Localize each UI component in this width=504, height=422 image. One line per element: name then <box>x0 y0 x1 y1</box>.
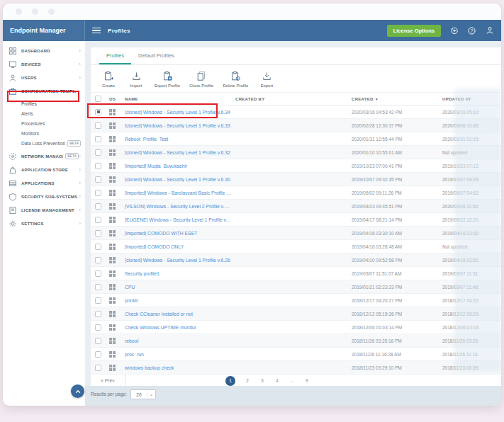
row-checkbox[interactable] <box>95 163 101 169</box>
sort-descending-icon: ▼ <box>375 97 379 101</box>
windows-os-icon <box>109 324 116 331</box>
row-checkbox[interactable] <box>95 230 101 236</box>
sidebar-item-applications[interactable]: APPLICATIONS› <box>3 176 85 190</box>
tab-default-profiles[interactable]: Default Profiles <box>131 47 181 64</box>
profile-name-link[interactable]: Check Windows UPTIME monitor <box>125 325 235 330</box>
page-number-3[interactable]: 3 <box>259 378 265 383</box>
row-checkbox[interactable] <box>95 324 101 331</box>
profile-name-link[interactable]: Reboot_Profile_Test <box>125 137 235 142</box>
toolbar-button-label: Import <box>130 84 142 88</box>
page-number-4[interactable]: 4 <box>274 378 280 383</box>
table-row: [VILSON] Windows - Security Level 2 Prof… <box>91 200 501 213</box>
row-checkbox[interactable] <box>95 149 101 156</box>
profile-name-link[interactable]: CPU <box>125 285 235 290</box>
row-checkbox[interactable] <box>95 257 101 263</box>
row-checkbox[interactable] <box>95 297 101 304</box>
column-header-name[interactable]: NAME <box>125 97 235 101</box>
sidebar-item-label: APPLICATIONS <box>21 181 55 186</box>
select-all-checkbox[interactable] <box>95 96 101 102</box>
profile-name-link[interactable]: [cloned] Windows - Security Level 1 Prof… <box>125 150 235 155</box>
row-checkbox[interactable] <box>95 122 101 129</box>
sidebar-item-security-sub-systems[interactable]: SECURITY SUB-SYSTEMS› <box>3 190 85 203</box>
create-button[interactable]: Create <box>99 71 118 88</box>
chevron-right-icon: › <box>79 221 81 227</box>
row-checkbox[interactable] <box>95 311 101 317</box>
profile-name-link[interactable]: Security profile1 <box>125 271 235 276</box>
breadcrumb: Profiles <box>108 28 130 34</box>
profile-name-link[interactable]: [cloned] Windows - Security Level 1 Prof… <box>125 258 235 263</box>
profile-name-link[interactable]: printer <box>125 298 235 303</box>
sidebar-item-dashboard[interactable]: DASHBOARD› <box>3 44 85 57</box>
row-checkbox[interactable] <box>95 365 101 371</box>
profile-name-link[interactable]: Check CCleaner installed or not <box>125 312 235 316</box>
export-profile-icon <box>162 71 173 81</box>
sidebar-subitem-alerts[interactable]: Alerts <box>3 108 85 118</box>
column-header-created-by[interactable]: CREATED BY <box>235 97 352 101</box>
sidebar-item-application-store[interactable]: APPLICATION STORE› <box>3 163 85 176</box>
row-checkbox[interactable] <box>95 203 101 210</box>
updated-date: 2018/11/26 11:16: <box>442 352 501 357</box>
page-number-9[interactable]: 9 <box>304 378 310 383</box>
profile-name-link[interactable]: [VILSON] Windows - Security Level 2 Prof… <box>125 204 235 209</box>
profile-name-link[interactable]: reboot <box>125 338 235 343</box>
column-header-os[interactable]: OS <box>109 97 125 101</box>
windows-os-icon <box>109 351 116 358</box>
row-checkbox[interactable] <box>95 109 101 115</box>
profile-name-link[interactable]: [imported] Mugla_Buyuksehir <box>125 164 235 169</box>
help-icon[interactable]: ? <box>467 26 476 35</box>
row-checkbox[interactable] <box>95 338 101 344</box>
column-header-created[interactable]: CREATED▼ <box>352 97 442 101</box>
row-checkbox[interactable] <box>95 284 101 290</box>
profile-name-link[interactable]: [cloned] Windows - Security Level 1 Prof… <box>125 177 235 182</box>
profile-name-link[interactable]: [imported] Windows - Barclaycard Basic P… <box>125 190 235 195</box>
tab-profiles[interactable]: Profiles <box>99 47 131 64</box>
row-checkbox[interactable] <box>95 217 101 223</box>
sidebar-item-configuration-templates[interactable]: CONFIGURATION TEMPLATES⌄ <box>3 84 85 98</box>
window-control-dot[interactable] <box>32 8 38 15</box>
column-header-updated-at[interactable]: UPDATED AT <box>442 97 501 101</box>
license-options-button[interactable]: License Options <box>387 25 441 37</box>
profile-name-link[interactable]: [imported] COMODO WITH ESET <box>125 231 235 236</box>
results-per-page-select[interactable]: 20 ⌄ <box>130 389 156 399</box>
table-row: [imported] COMODO WITH ESET2019/04/16 03… <box>91 227 501 240</box>
table-row: printer2018/12/17 04:20:27 PM2018/12/17 … <box>91 294 501 307</box>
menu-toggle-icon[interactable] <box>92 28 101 34</box>
row-checkbox[interactable] <box>95 270 101 277</box>
row-checkbox[interactable] <box>95 176 101 183</box>
user-icon[interactable] <box>485 26 494 35</box>
updated-date: 2019/04/16 02:51: <box>442 258 501 263</box>
clone-profile-button[interactable]: Clone Profile <box>189 71 213 88</box>
profile-name-link[interactable]: [cloned] Windows - Security Level 1 Prof… <box>125 110 235 115</box>
sidebar-subitem-data-loss-prevention[interactable]: Data Loss PreventionBETA <box>3 138 85 148</box>
delete-profile-icon <box>230 71 241 81</box>
row-checkbox[interactable] <box>95 351 101 358</box>
sidebar-item-users[interactable]: USERS› <box>3 71 85 84</box>
sidebar-item-devices[interactable]: DEVICES› <box>3 57 85 71</box>
users-icon <box>9 74 17 82</box>
profile-name-link[interactable]: windows backup check <box>125 365 235 370</box>
window-control-dot[interactable] <box>48 8 55 15</box>
profile-name-link[interactable]: [EUGENE] Windows - Security Level 1 Prof… <box>125 217 235 222</box>
import-button[interactable]: Import <box>127 71 145 88</box>
sidebar-subitem-monitors[interactable]: Monitors <box>3 128 85 138</box>
page-number-1[interactable]: 1 <box>225 376 235 386</box>
profile-name-link[interactable]: [imported] COMODO ONLY <box>125 244 235 249</box>
export-button[interactable]: Export <box>257 71 276 88</box>
scroll-to-top-button[interactable] <box>71 384 84 398</box>
announcements-icon[interactable] <box>449 26 459 35</box>
created-date: 2019/04/10 09:52:58 PM <box>352 258 442 263</box>
sidebar-item-network-management[interactable]: NETWORK MANAGEMENTBETA› <box>3 149 85 163</box>
sidebar-subitem-procedures[interactable]: Procedures <box>3 118 85 128</box>
row-checkbox[interactable] <box>95 244 101 250</box>
delete-profile-button[interactable]: Delete Profile <box>223 71 248 88</box>
sidebar-subitem-profiles[interactable]: Profiles <box>3 98 85 108</box>
sidebar-item-license-management[interactable]: LICENSE MANAGEMENT› <box>3 203 85 217</box>
profile-name-link[interactable]: proc_run <box>125 352 235 357</box>
export-profile-button[interactable]: Export Profile <box>155 71 180 88</box>
profile-name-link[interactable]: [cloned] Windows - Security Level 1 Prof… <box>125 123 235 128</box>
row-checkbox[interactable] <box>95 190 101 196</box>
row-checkbox[interactable] <box>95 136 101 142</box>
sidebar-item-settings[interactable]: SETTINGS› <box>3 217 85 230</box>
page-number-2[interactable]: 2 <box>245 378 250 383</box>
window-control-dot[interactable] <box>16 8 22 15</box>
